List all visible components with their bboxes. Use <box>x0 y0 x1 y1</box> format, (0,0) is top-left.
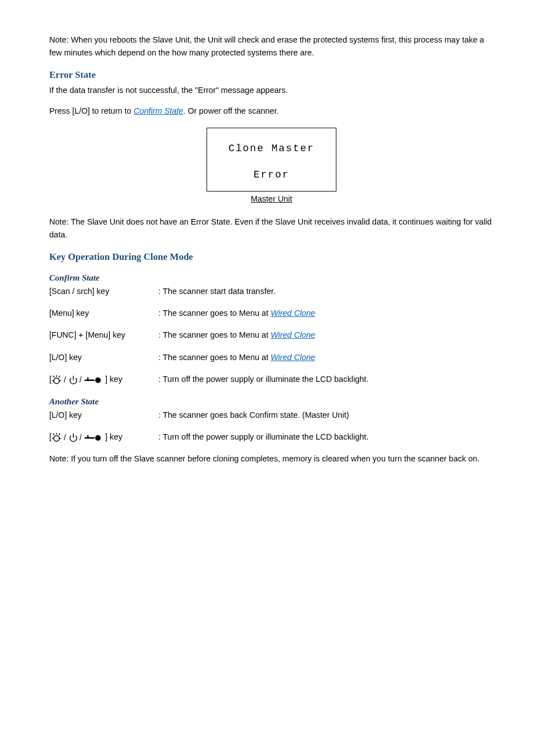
light-power-lock-icon: / / <box>51 432 105 442</box>
svg-text:/: / <box>64 375 66 384</box>
error-state-note: Note: The Slave Unit does not have an Er… <box>49 216 494 241</box>
light-power-lock-icon: / / <box>51 375 105 385</box>
lcd-caption: Master Unit <box>49 193 494 206</box>
kv-val: : The scanner start data transfer. <box>158 285 275 298</box>
key-op-heading: Key Operation During Clone Mode <box>49 249 494 264</box>
svg-point-0 <box>54 378 59 384</box>
wired-clone-link[interactable]: Wired Clone <box>270 309 315 318</box>
error-state-heading: Error State <box>49 67 494 82</box>
kv-key: [L/O] key <box>49 351 158 364</box>
wired-clone-link[interactable]: Wired Clone <box>270 353 315 362</box>
svg-point-12 <box>54 436 59 441</box>
lcd-line1: Clone Master <box>207 141 336 157</box>
close-bracket: ] key <box>105 375 123 384</box>
error-state-line2: Press [L/O] to return to Confirm State. … <box>49 105 494 118</box>
intro-note: Note: When you reboots the Slave Unit, t… <box>49 34 494 59</box>
kv-row-menu: [Menu] key : The scanner goes to Menu at… <box>49 307 494 320</box>
svg-point-11 <box>95 377 101 383</box>
kv-val: : Turn off the power supply or illuminat… <box>158 431 368 444</box>
kv-val: : Turn off the power supply or illuminat… <box>158 373 368 386</box>
text: Press [L/O] to return to <box>49 106 134 115</box>
svg-text:/: / <box>79 375 82 384</box>
error-state-line1: If the data transfer is not successful, … <box>49 84 494 97</box>
kv-row-power2: [ / / ] key : Turn off the power supply <box>49 431 494 444</box>
kv-key: [L/O] key <box>49 409 158 422</box>
kv-row-lo: [L/O] key : The scanner goes to Menu at … <box>49 351 494 364</box>
svg-line-15 <box>59 433 60 435</box>
text: : The scanner goes to Menu at <box>158 353 270 362</box>
svg-point-23 <box>95 435 101 441</box>
lcd-display: Clone Master Error <box>207 128 336 192</box>
kv-row-func-menu: [FUNC] + [Menu] key : The scanner goes t… <box>49 329 494 342</box>
kv-val: : The scanner goes to Menu at Wired Clon… <box>158 307 315 320</box>
kv-key: [Menu] key <box>49 307 158 320</box>
text: : The scanner goes to Menu at <box>158 309 270 318</box>
kv-val: : The scanner goes to Menu at Wired Clon… <box>158 351 315 364</box>
kv-row-scan: [Scan / srch] key : The scanner start da… <box>49 285 494 298</box>
confirm-state-heading: Confirm State <box>49 271 494 285</box>
kv-val: : The scanner goes back Confirm state. (… <box>158 409 349 422</box>
kv-key: [ / / ] key <box>49 431 158 444</box>
kv-key: [Scan / srch] key <box>49 285 158 298</box>
svg-line-13 <box>53 433 54 435</box>
svg-line-3 <box>59 376 60 377</box>
another-state-heading: Another State <box>49 395 494 409</box>
confirm-state-link[interactable]: Confirm State <box>134 106 184 115</box>
close-bracket: ] key <box>105 432 123 441</box>
svg-text:/: / <box>79 433 82 442</box>
kv-key: [ / / ] key <box>49 373 158 386</box>
svg-text:/: / <box>64 433 66 442</box>
kv-row-power: [ / / ] key : Turn off the power supply <box>49 373 494 386</box>
text: : The scanner goes to Menu at <box>158 330 270 339</box>
text: . Or power off the scanner. <box>183 106 279 115</box>
kv-key: [FUNC] + [Menu] key <box>49 329 158 342</box>
kv-val: : The scanner goes to Menu at Wired Clon… <box>158 329 315 342</box>
final-note: Note: If you turn off the Slave scanner … <box>49 452 494 465</box>
wired-clone-link[interactable]: Wired Clone <box>270 330 315 339</box>
kv-row-lo2: [L/O] key : The scanner goes back Confir… <box>49 409 494 422</box>
lcd-line2: Error <box>207 167 336 183</box>
svg-line-1 <box>53 376 54 377</box>
